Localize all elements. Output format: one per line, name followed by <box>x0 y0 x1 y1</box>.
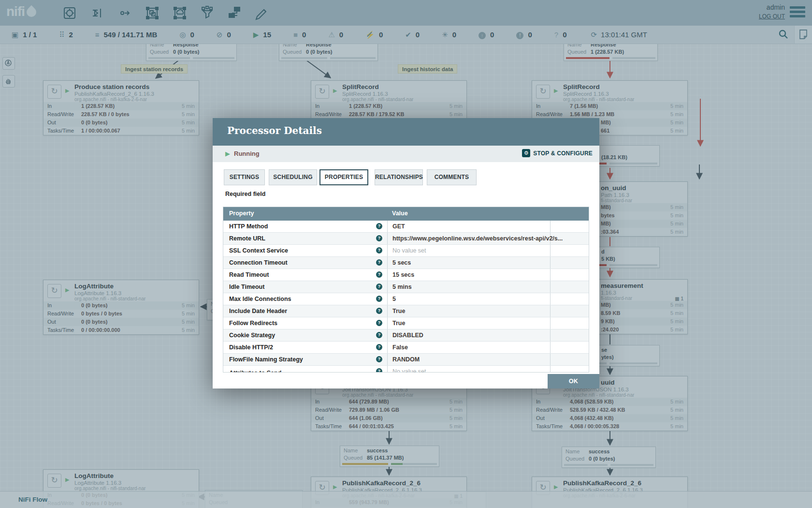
value-cell: 5 secs <box>387 257 551 269</box>
property-cell: HTTP Method? <box>223 221 387 232</box>
property-cell: Read Timeout? <box>223 269 387 281</box>
help-icon[interactable]: ? <box>376 308 382 314</box>
property-value: DISABLED <box>392 332 423 339</box>
value-cell: No value set <box>387 366 551 372</box>
property-name: Attributes to Send <box>229 370 281 372</box>
property-row: Include Date Header?True <box>223 305 589 317</box>
property-cell: FlowFile Naming Strategy? <box>223 354 387 365</box>
property-name: Max Idle Connections <box>229 296 291 302</box>
property-row: Cookie Strategy?DISABLED <box>223 329 589 342</box>
value-cell: DISABLED <box>387 329 551 341</box>
property-value: True <box>392 320 405 327</box>
property-row: Max Idle Connections?5 <box>223 293 589 305</box>
property-value: No value set <box>392 247 426 254</box>
stop-and-configure-button[interactable]: ⚙ STOP & CONFIGURE <box>522 149 593 157</box>
value-cell: 15 secs <box>387 269 551 281</box>
property-row: Connection Timeout?5 secs <box>223 257 589 269</box>
property-cell: Connection Timeout? <box>223 257 387 269</box>
value-cell: 5 mins <box>387 281 551 293</box>
help-icon[interactable]: ? <box>376 320 382 326</box>
help-icon[interactable]: ? <box>376 368 382 372</box>
property-value: True <box>392 308 405 314</box>
property-row: HTTP Method?GET <box>223 221 589 233</box>
dialog-title: Processor Details <box>227 125 322 136</box>
tab-relationships[interactable]: RELATIONSHIPS <box>375 169 423 185</box>
required-field-note: Required field <box>225 191 265 197</box>
value-cell: False <box>387 342 551 353</box>
property-cell: Max Idle Connections? <box>223 293 387 305</box>
tab-settings[interactable]: SETTINGS <box>224 169 265 185</box>
property-name: FlowFile Naming Strategy <box>229 356 303 363</box>
property-name: SSL Context Service <box>229 247 288 254</box>
help-icon[interactable]: ? <box>376 356 382 362</box>
value-cell: No value set <box>387 245 551 256</box>
help-icon[interactable]: ? <box>376 344 382 350</box>
property-name: Remote URL <box>229 235 265 242</box>
run-status-label: Running <box>234 150 260 157</box>
property-column-header: Property <box>229 210 254 217</box>
help-icon[interactable]: ? <box>376 235 382 241</box>
processor-status-strip: ▶ Running ⚙ STOP & CONFIGURE <box>213 146 599 162</box>
tab-scheduling[interactable]: SCHEDULING <box>269 169 317 185</box>
value-cell: True <box>387 317 551 329</box>
property-name: Read Timeout <box>229 271 269 278</box>
processor-details-dialog: Processor Details ▶ Running ⚙ STOP & CON… <box>213 118 599 388</box>
help-icon[interactable]: ? <box>376 284 382 290</box>
property-name: Cookie Strategy <box>229 332 275 339</box>
running-status-icon: ▶ <box>225 150 230 157</box>
value-cell: GET <box>387 221 551 232</box>
property-cell: Attributes to Send? <box>223 366 387 372</box>
property-row: FlowFile Naming Strategy?RANDOM <box>223 354 589 366</box>
properties-table-header: Property Value <box>223 207 589 221</box>
gear-icon: ⚙ <box>522 149 530 157</box>
property-cell: Follow Redirects? <box>223 317 387 329</box>
value-cell: RANDOM <box>387 354 551 365</box>
ok-button[interactable]: OK <box>548 374 599 388</box>
help-icon[interactable]: ? <box>376 247 382 254</box>
property-name: Connection Timeout <box>229 259 288 266</box>
property-cell: Include Date Header? <box>223 305 387 317</box>
property-value: https://www.pegelonline.wsv.de/webservic… <box>392 235 563 242</box>
property-name: Idle Timeout <box>229 284 264 290</box>
property-cell: Disable HTTP/2? <box>223 342 387 353</box>
property-cell: Remote URL? <box>223 233 387 244</box>
help-icon[interactable]: ? <box>376 332 382 338</box>
value-cell: 5 <box>387 293 551 305</box>
help-icon[interactable]: ? <box>376 296 382 302</box>
property-row: Read Timeout?15 secs <box>223 269 589 281</box>
tab-comments[interactable]: COMMENTS <box>427 169 477 185</box>
property-cell: Cookie Strategy? <box>223 329 387 341</box>
help-icon[interactable]: ? <box>376 259 382 266</box>
property-row: Disable HTTP/2?False <box>223 342 589 354</box>
tab-properties[interactable]: PROPERTIES <box>319 169 368 185</box>
property-row: Idle Timeout?5 mins <box>223 281 589 293</box>
value-cell: True <box>387 305 551 317</box>
property-row: SSL Context Service?No value set <box>223 245 589 257</box>
property-name: Disable HTTP/2 <box>229 344 273 351</box>
property-cell: SSL Context Service? <box>223 245 387 256</box>
value-column-header: Value <box>392 210 408 217</box>
property-row: Follow Redirects?True <box>223 317 589 329</box>
property-name: Include Date Header <box>229 308 287 314</box>
property-cell: Idle Timeout? <box>223 281 387 293</box>
help-icon[interactable]: ? <box>376 271 382 278</box>
property-value: GET <box>392 223 405 230</box>
property-value: RANDOM <box>392 356 420 363</box>
property-value: 15 secs <box>392 271 414 278</box>
value-cell: https://www.pegelonline.wsv.de/webservic… <box>387 233 551 244</box>
property-row: Remote URL?https://www.pegelonline.wsv.d… <box>223 233 589 245</box>
property-name: Follow Redirects <box>229 320 277 327</box>
property-value: 5 mins <box>392 284 412 290</box>
help-icon[interactable]: ? <box>376 223 382 229</box>
property-value: 5 <box>392 296 396 302</box>
property-value: False <box>392 344 408 351</box>
dialog-header: Processor Details <box>213 118 599 146</box>
property-value: 5 secs <box>392 259 411 266</box>
property-value: No value set <box>392 368 426 372</box>
nifi-app: NameResponseQueued0 (0 bytes)NameRespons… <box>0 0 812 508</box>
property-name: HTTP Method <box>229 223 268 230</box>
properties-table: Property Value HTTP Method?GETRemote URL… <box>223 207 589 373</box>
property-row: Attributes to Send?No value set <box>223 366 589 372</box>
